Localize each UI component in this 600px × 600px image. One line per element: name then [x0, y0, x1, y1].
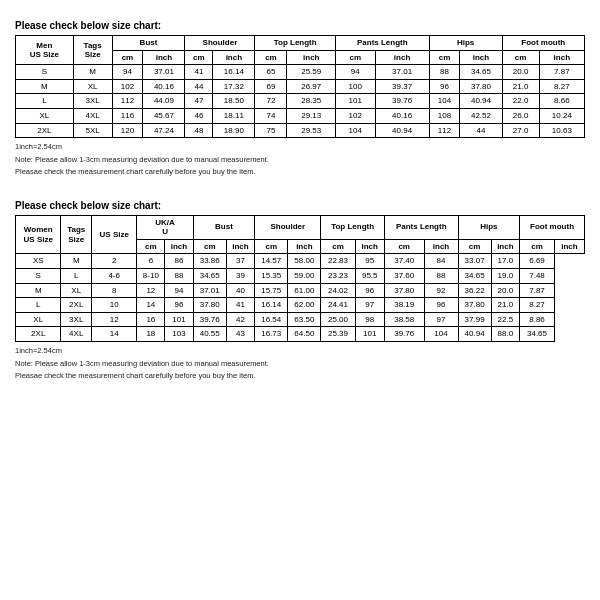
table-cell: 39.76 — [193, 312, 226, 327]
women-shoulder-cm: cm — [255, 239, 288, 254]
table-cell: 16.14 — [255, 298, 288, 313]
table-cell: 22.5 — [491, 312, 519, 327]
table-cell: 104 — [336, 123, 376, 138]
table-cell: 12 — [137, 283, 165, 298]
men-col-foot-mouth: Foot mouth — [502, 36, 584, 51]
table-cell: 14 — [137, 298, 165, 313]
men-note-2: Note: Please allow 1-3cm measuring devia… — [15, 155, 585, 166]
table-cell: 40.16 — [143, 79, 185, 94]
women-section-title: Please check below size chart: — [15, 200, 585, 211]
table-cell: 26.97 — [287, 79, 336, 94]
table-cell: 24.02 — [321, 283, 355, 298]
table-cell: 41 — [185, 65, 213, 80]
table-cell: 96 — [165, 298, 193, 313]
table-cell: 18.50 — [213, 94, 255, 109]
table-cell: 4XL — [73, 108, 112, 123]
women-col-hips: Hips — [458, 215, 520, 239]
table-cell: 97 — [424, 312, 458, 327]
table-cell: 98 — [355, 312, 384, 327]
table-cell: 92 — [424, 283, 458, 298]
table-cell: 40 — [226, 283, 254, 298]
table-row: SL4-68-108834.653915.3559.0023.2395.537.… — [16, 269, 585, 284]
table-cell: 3XL — [61, 312, 92, 327]
table-cell: 23.23 — [321, 269, 355, 284]
table-cell: 34.65 — [460, 65, 502, 80]
table-cell: 94 — [112, 65, 143, 80]
table-cell: 42 — [226, 312, 254, 327]
table-cell: 41 — [226, 298, 254, 313]
women-top-inch: inch — [355, 239, 384, 254]
table-cell: 43 — [226, 327, 254, 342]
women-col-top-length: Top Length — [321, 215, 384, 239]
table-cell: 96 — [429, 79, 460, 94]
table-cell: S — [16, 269, 61, 284]
table-cell: 74 — [255, 108, 287, 123]
table-cell: 37.80 — [193, 298, 226, 313]
table-cell: 8.27 — [539, 79, 584, 94]
table-cell: 45.67 — [143, 108, 185, 123]
table-cell: 95 — [355, 254, 384, 269]
table-cell: 38.19 — [384, 298, 424, 313]
table-cell: 22.0 — [502, 94, 539, 109]
men-bust-inch: inch — [143, 50, 185, 65]
table-cell: 39.76 — [375, 94, 429, 109]
men-shoulder-cm: cm — [185, 50, 213, 65]
women-col-uka: UK/AU — [137, 215, 193, 239]
table-cell: 34.65 — [193, 269, 226, 284]
table-cell: 2XL — [16, 123, 74, 138]
table-cell: 18.11 — [213, 108, 255, 123]
table-cell: 7.87 — [539, 65, 584, 80]
table-cell: 39.76 — [384, 327, 424, 342]
table-cell: 104 — [429, 94, 460, 109]
women-foot-cm: cm — [520, 239, 555, 254]
table-cell: 37.01 — [375, 65, 429, 80]
women-pants-inch: inch — [424, 239, 458, 254]
table-cell: 103 — [165, 327, 193, 342]
men-foot-inch: inch — [539, 50, 584, 65]
women-section: Please check below size chart: WomenUS S… — [15, 200, 585, 382]
men-hips-cm: cm — [429, 50, 460, 65]
table-cell: 27.0 — [502, 123, 539, 138]
table-cell: 37.80 — [460, 79, 502, 94]
men-section-title: Please check below size chart: — [15, 20, 585, 31]
table-cell: 36.22 — [458, 283, 491, 298]
table-cell: 44.09 — [143, 94, 185, 109]
table-cell: 40.94 — [460, 94, 502, 109]
table-cell: 19.0 — [491, 269, 519, 284]
table-cell: 8.27 — [520, 298, 555, 313]
table-cell: 33.07 — [458, 254, 491, 269]
table-cell: 5XL — [73, 123, 112, 138]
women-col-us-size2: US Size — [92, 215, 137, 254]
table-cell: 15.75 — [255, 283, 288, 298]
table-cell: 72 — [255, 94, 287, 109]
table-row: 2XL5XL12047.244818.907529.5310440.941124… — [16, 123, 585, 138]
table-cell: 44 — [185, 79, 213, 94]
table-cell: 20.0 — [502, 65, 539, 80]
women-note-3: Pleasae check the measurement chart care… — [15, 371, 585, 382]
women-col-foot-mouth: Foot mouth — [520, 215, 585, 239]
table-cell: 33.86 — [193, 254, 226, 269]
table-cell: M — [61, 254, 92, 269]
table-cell: 8.86 — [520, 312, 555, 327]
table-cell: 39.37 — [375, 79, 429, 94]
table-cell: 37.60 — [384, 269, 424, 284]
women-col-pants-length: Pants Length — [384, 215, 458, 239]
table-cell: 84 — [424, 254, 458, 269]
table-cell: 16.54 — [255, 312, 288, 327]
table-cell: 10.63 — [539, 123, 584, 138]
women-uka-cm: cm — [137, 239, 165, 254]
table-cell: 17.0 — [491, 254, 519, 269]
table-cell: 38.58 — [384, 312, 424, 327]
table-row: XL3XL121610139.764216.5463.5025.009838.5… — [16, 312, 585, 327]
table-cell: 37.40 — [384, 254, 424, 269]
table-cell: 21.0 — [502, 79, 539, 94]
table-cell: 94 — [165, 283, 193, 298]
table-cell: 2 — [92, 254, 137, 269]
table-cell: 4XL — [61, 327, 92, 342]
men-col-shoulder: Shoulder — [185, 36, 255, 51]
women-pants-cm: cm — [384, 239, 424, 254]
table-cell: 6.69 — [520, 254, 555, 269]
table-cell: 65 — [255, 65, 287, 80]
table-cell: 10 — [92, 298, 137, 313]
table-cell: 8-10 — [137, 269, 165, 284]
